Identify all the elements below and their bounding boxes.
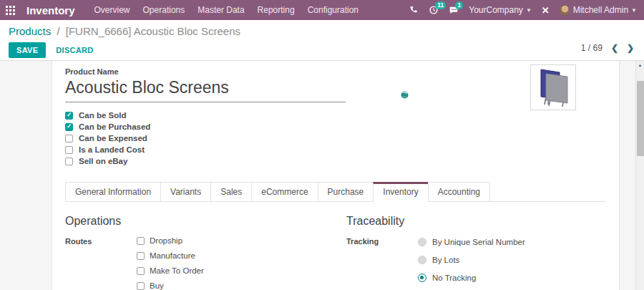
scrollbar-thumb[interactable] — [637, 81, 644, 156]
menu-configuration[interactable]: Configuration — [301, 0, 365, 20]
tab-inventory[interactable]: Inventory — [373, 182, 428, 202]
routes-options: Dropship Manufacture Make To Order — [137, 235, 325, 290]
pager-counter: 1 / 69 — [581, 43, 602, 53]
tracking-lots-option[interactable]: By Lots — [418, 253, 606, 266]
form-view: Product Name Acoustic Bloc Screens Can b… — [0, 61, 644, 290]
chevron-down-icon: ▼ — [526, 7, 532, 14]
tab-variants[interactable]: Variants — [160, 182, 211, 202]
radio-icon[interactable] — [418, 238, 426, 246]
route-make-to-order[interactable]: Make To Order — [137, 265, 325, 276]
tab-sales[interactable]: Sales — [210, 182, 252, 202]
user-menu[interactable]: Mitchell Admin ▼ — [560, 5, 637, 16]
checkbox-icon[interactable] — [65, 112, 73, 120]
checkbox-icon[interactable] — [65, 146, 73, 154]
product-flags: Can be Sold Can be Purchased Can be Expe… — [65, 110, 606, 167]
apps-menu-icon[interactable] — [6, 6, 15, 15]
flag-can-be-purchased[interactable]: Can be Purchased — [65, 121, 606, 132]
route-manufacture[interactable]: Manufacture — [137, 250, 325, 261]
product-name-label: Product Name — [65, 67, 606, 76]
checkbox-icon[interactable] — [65, 158, 73, 165]
main-menu: Overview Operations Master Data Reportin… — [88, 0, 366, 20]
tab-ecommerce[interactable]: eCommerce — [251, 182, 318, 202]
app-title[interactable]: Inventory — [26, 4, 75, 16]
checkbox-icon[interactable] — [65, 123, 73, 131]
traceability-title: Traceability — [346, 215, 606, 228]
top-navbar: Inventory Overview Operations Master Dat… — [0, 0, 644, 20]
flag-can-be-sold[interactable]: Can be Sold — [65, 110, 606, 121]
checkbox-icon[interactable] — [137, 252, 145, 260]
activities-count-badge: 11 — [435, 1, 446, 9]
operations-group: Operations Routes Dropship Manufacture — [65, 215, 325, 290]
pager-previous-icon[interactable]: ❮ — [611, 43, 618, 53]
record-pager: 1 / 69 ❮ ❯ — [581, 43, 634, 53]
checkbox-icon[interactable] — [65, 135, 73, 142]
company-name: YourCompany — [469, 5, 523, 15]
tab-accounting[interactable]: Accounting — [428, 182, 490, 202]
flag-is-landed-cost[interactable]: Is a Landed Cost — [65, 144, 606, 155]
tracking-serial-option[interactable]: By Unique Serial Number — [418, 235, 606, 248]
checkbox-icon[interactable] — [137, 267, 145, 275]
routes-label: Routes — [65, 235, 137, 290]
product-name-input[interactable]: Acoustic Bloc Screens — [65, 76, 346, 102]
control-panel: Products / [FURN_6666] Acoustic Bloc Scr… — [0, 20, 644, 61]
tab-general-information[interactable]: General Information — [65, 182, 161, 202]
form-sheet: Product Name Acoustic Bloc Screens Can b… — [52, 61, 620, 290]
messages-icon[interactable]: 1 — [449, 5, 459, 15]
messages-count-badge: 1 — [455, 1, 463, 9]
discard-button[interactable]: DISCARD — [56, 46, 93, 54]
flag-sell-on-ebay[interactable]: Sell on eBay — [65, 155, 606, 167]
flag-can-be-expensed[interactable]: Can be Expensed — [65, 132, 606, 144]
breadcrumb: Products / [FURN_6666] Acoustic Bloc Scr… — [9, 25, 635, 37]
tracking-options: By Unique Serial Number By Lots No Track… — [418, 235, 606, 289]
save-button[interactable]: SAVE — [9, 42, 46, 58]
checkbox-icon[interactable] — [137, 282, 145, 290]
translate-globe-icon[interactable] — [401, 89, 409, 97]
route-dropship[interactable]: Dropship — [137, 235, 325, 246]
notebook-tabs: General Information Variants Sales eComm… — [65, 182, 606, 202]
scrollbar-up-arrow-icon[interactable]: ▲ — [636, 61, 644, 67]
breadcrumb-current: [FURN_6666] Acoustic Bloc Screens — [66, 25, 240, 37]
inventory-tab-page: Operations Routes Dropship Manufacture — [65, 215, 606, 290]
studio-tools-icon[interactable]: ✕ — [542, 6, 550, 15]
menu-operations[interactable]: Operations — [137, 0, 192, 20]
tracking-none-option[interactable]: No Tracking — [418, 271, 606, 284]
traceability-group: Traceability Tracking By Unique Serial N… — [346, 215, 606, 290]
user-name: Mitchell Admin — [573, 5, 628, 15]
vertical-scrollbar[interactable]: ▲ — [635, 61, 644, 290]
menu-overview[interactable]: Overview — [88, 0, 137, 20]
pager-next-icon[interactable]: ❯ — [627, 43, 634, 53]
company-switcher[interactable]: YourCompany ▼ — [469, 5, 532, 15]
menu-reporting[interactable]: Reporting — [251, 0, 301, 20]
tracking-label: Tracking — [346, 235, 418, 289]
breadcrumb-separator: / — [57, 25, 59, 37]
activities-icon[interactable]: 11 — [429, 5, 439, 15]
product-image[interactable] — [530, 64, 576, 110]
phone-icon[interactable] — [409, 6, 419, 15]
chevron-down-icon: ▼ — [631, 7, 637, 14]
menu-master-data[interactable]: Master Data — [191, 0, 250, 20]
route-buy[interactable]: Buy — [137, 280, 325, 290]
radio-icon[interactable] — [418, 256, 426, 264]
checkbox-icon[interactable] — [137, 237, 145, 245]
breadcrumb-products-link[interactable]: Products — [9, 25, 51, 37]
radio-icon[interactable] — [418, 274, 426, 282]
tab-purchase[interactable]: Purchase — [318, 182, 374, 202]
operations-title: Operations — [65, 215, 325, 228]
user-avatar — [560, 5, 570, 16]
